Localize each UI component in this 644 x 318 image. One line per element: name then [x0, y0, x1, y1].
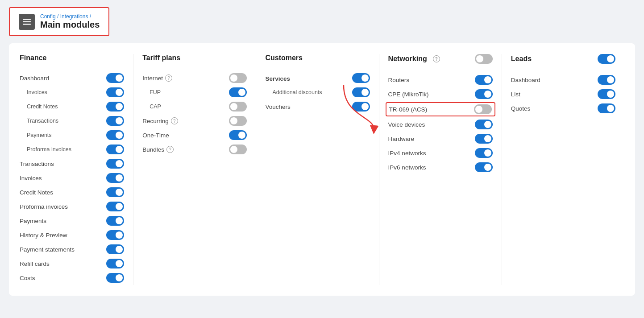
finance-payments2-row: Payments — [20, 214, 124, 228]
voice-devices-toggle[interactable] — [475, 120, 493, 129]
finance-refill-toggle[interactable] — [106, 259, 124, 268]
finance-creditnotes2-row: Credit Notes — [20, 185, 124, 199]
vouchers-row: Vouchers — [265, 99, 370, 114]
ipv4-row: IPv4 networks — [388, 146, 493, 160]
recurring-toggle[interactable] — [229, 116, 247, 126]
finance-proforma-row: Proforma invoices — [20, 142, 124, 157]
cap-toggle[interactable] — [229, 102, 247, 112]
services-toggle[interactable] — [352, 73, 370, 83]
tariff-plans-title: Tariff plans — [142, 54, 247, 62]
finance-proforma2-toggle[interactable] — [106, 202, 124, 211]
page-title: Main modules — [40, 20, 100, 30]
finance-payment-statements-toggle[interactable] — [106, 244, 124, 254]
one-time-row: One-Time — [142, 128, 247, 142]
finance-transactions2-toggle[interactable] — [106, 159, 124, 169]
internet-toggle[interactable] — [229, 73, 247, 83]
finance-invoices2-row: Invoices — [20, 171, 124, 185]
hardware-toggle[interactable] — [475, 134, 493, 144]
leads-dashboard-row: Dashboard — [511, 73, 615, 87]
leads-quotes-toggle[interactable] — [598, 103, 615, 113]
breadcrumb: Config / Integrations / — [40, 13, 100, 20]
leads-dashboard-toggle[interactable] — [598, 75, 615, 85]
finance-dashboard-toggle[interactable] — [106, 73, 124, 83]
networking-header: Networking ? — [388, 54, 493, 64]
finance-credit-notes-row: Credit Notes — [20, 99, 124, 114]
leads-column: Leads Dashboard List Quotes — [502, 54, 624, 285]
networking-info-icon: ? — [433, 55, 440, 62]
bundles-toggle[interactable] — [229, 145, 247, 154]
leads-list-toggle[interactable] — [598, 89, 615, 99]
finance-proforma2-row: Proforma invoices — [20, 199, 124, 214]
finance-transactions-toggle[interactable] — [106, 116, 124, 126]
finance-payment-statements-row: Payment statements — [20, 242, 124, 256]
leads-header-toggle[interactable] — [598, 54, 615, 64]
customers-title: Customers — [265, 54, 370, 62]
finance-title: Finance — [20, 54, 124, 62]
recurring-info-icon: ? — [171, 117, 178, 124]
finance-payments-toggle[interactable] — [106, 130, 124, 140]
header-breadcrumb: Config / Integrations / Main modules — [9, 7, 109, 36]
ipv4-toggle[interactable] — [475, 148, 493, 158]
fup-toggle[interactable] — [229, 87, 247, 97]
finance-invoices2-toggle[interactable] — [106, 173, 124, 183]
customers-column: Customers Services Additional discounts … — [256, 54, 379, 285]
tr069-row: TR-069 (ACS) — [386, 102, 495, 116]
finance-credit-notes-toggle[interactable] — [106, 102, 124, 112]
cap-row: CAP — [142, 99, 247, 114]
recurring-row: Recurring ? — [142, 114, 247, 128]
routers-toggle[interactable] — [475, 75, 493, 85]
leads-quotes-row: Quotes — [511, 101, 615, 116]
bundles-info-icon: ? — [166, 146, 174, 153]
tr069-toggle[interactable] — [474, 104, 492, 114]
svg-rect-0 — [23, 19, 31, 20]
finance-creditnotes2-toggle[interactable] — [106, 187, 124, 197]
finance-transactions2-row: Transactions — [20, 157, 124, 171]
main-content: Finance Dashboard Invoices Credit Notes … — [9, 43, 635, 296]
ipv6-toggle[interactable] — [475, 162, 493, 172]
menu-icon — [19, 14, 35, 30]
finance-payments2-toggle[interactable] — [106, 216, 124, 226]
finance-invoices-toggle[interactable] — [106, 87, 124, 97]
tariff-plans-column: Tariff plans Internet ? FUP CAP Recurrin… — [133, 54, 256, 285]
leads-list-row: List — [511, 87, 615, 101]
additional-discounts-row: Additional discounts — [265, 85, 370, 99]
leads-header: Leads — [511, 54, 615, 64]
internet-info-icon: ? — [165, 74, 172, 82]
networking-header-toggle[interactable] — [475, 54, 493, 64]
networking-column: Networking ? Routers CPE (MikroTik) TR-0… — [379, 54, 502, 285]
svg-rect-2 — [23, 24, 31, 25]
finance-costs-toggle[interactable] — [106, 273, 124, 283]
finance-column: Finance Dashboard Invoices Credit Notes … — [20, 54, 133, 285]
internet-row: Internet ? — [142, 71, 247, 85]
ipv6-row: IPv6 networks — [388, 160, 493, 174]
finance-transactions-row: Transactions — [20, 114, 124, 128]
voice-devices-row: Voice devices — [388, 117, 493, 132]
cpe-row: CPE (MikroTik) — [388, 87, 493, 101]
services-row: Services — [265, 71, 370, 85]
fup-row: FUP — [142, 85, 247, 99]
hardware-row: Hardware — [388, 132, 493, 146]
finance-refill-row: Refill cards — [20, 256, 124, 271]
cpe-toggle[interactable] — [475, 89, 493, 99]
bundles-row: Bundles ? — [142, 142, 247, 157]
svg-rect-1 — [23, 21, 31, 22]
finance-payments-row: Payments — [20, 128, 124, 142]
finance-costs-row: Costs — [20, 271, 124, 285]
finance-history-toggle[interactable] — [106, 230, 124, 240]
finance-invoices-row: Invoices — [20, 85, 124, 99]
additional-discounts-toggle[interactable] — [352, 87, 370, 97]
finance-dashboard-row: Dashboard — [20, 71, 124, 85]
finance-proforma-toggle[interactable] — [106, 145, 124, 154]
routers-row: Routers — [388, 73, 493, 87]
finance-history-row: History & Preview — [20, 228, 124, 242]
one-time-toggle[interactable] — [229, 130, 247, 140]
vouchers-toggle[interactable] — [352, 102, 370, 112]
